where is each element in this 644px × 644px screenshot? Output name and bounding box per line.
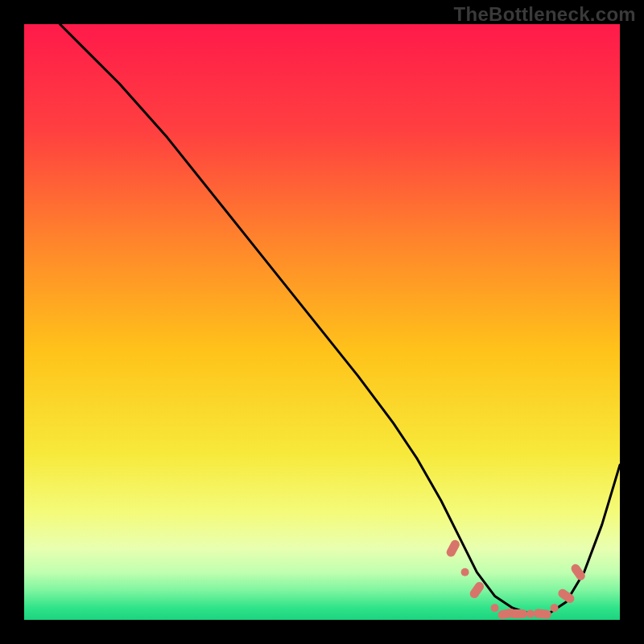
marker-dot bbox=[526, 610, 535, 618]
plot-area bbox=[24, 24, 620, 620]
chart-frame: TheBottleneck.com bbox=[0, 0, 644, 644]
marker-dot bbox=[461, 568, 469, 576]
marker-pill bbox=[510, 609, 527, 618]
gradient-background bbox=[24, 24, 620, 620]
marker-dot bbox=[491, 604, 499, 612]
chart-svg bbox=[24, 24, 620, 620]
marker-dot bbox=[551, 604, 559, 612]
svg-rect-3 bbox=[510, 609, 527, 618]
watermark-text: TheBottleneck.com bbox=[454, 3, 636, 26]
